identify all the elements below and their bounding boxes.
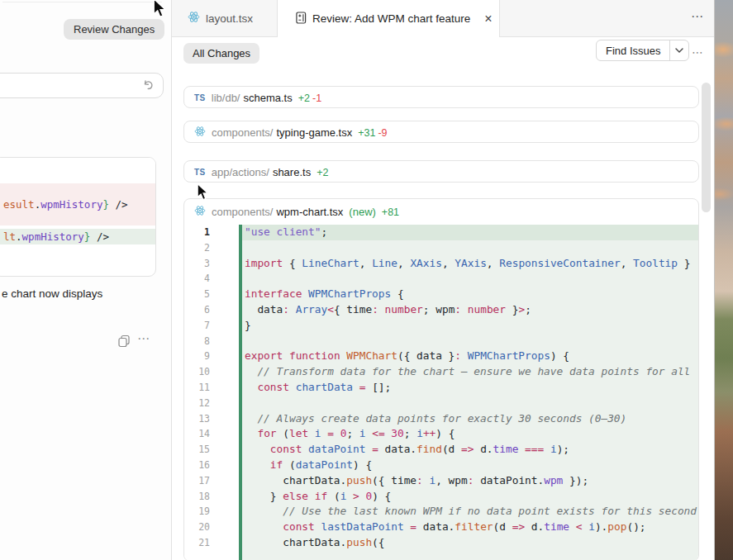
file-card-typing-game[interactable]: components/ typing-game.tsx +31 -9 [183, 121, 699, 143]
file-name: wpm-chart.tsx [276, 206, 343, 218]
line-number: 5 [184, 287, 239, 302]
find-issues-button[interactable]: Find Issues [596, 40, 689, 61]
line-number: 8 [184, 334, 239, 349]
code-diff-view[interactable]: 1"use client";23import { LineChart, Line… [184, 225, 698, 560]
code-line: 15 const dataPoint = data.find(d => d.ti… [184, 442, 698, 458]
code-line: 19 // Use the last known WPM if no data … [184, 504, 698, 520]
editor-tab-bar: layout.tsx Review: Add WPM chart feature… [172, 0, 715, 37]
review-toolbar: All Changes Find Issues ⋯ [172, 37, 715, 72]
file-card-wpm-chart[interactable]: components/ wpm-chart.tsx (new) +81 1"us… [183, 198, 699, 560]
typescript-icon: TS [194, 168, 206, 177]
scrollbar-thumb[interactable] [702, 83, 711, 212]
line-number: 14 [184, 426, 239, 442]
panel-divider [2, 2, 162, 2]
line-number: 7 [184, 318, 239, 334]
line-number: 21 [184, 535, 239, 551]
app-window: Review Changes esult.wpmHistory} /> lt.w… [0, 0, 733, 560]
tab-bar-more-icon[interactable]: ⋯ [691, 9, 704, 24]
line-number: 4 [184, 271, 239, 287]
code-line: 7} [184, 318, 698, 334]
code-line: 4 [184, 271, 698, 287]
file-card-share[interactable]: TS app/actions/ share.ts +2 [183, 160, 699, 183]
review-changes-button[interactable]: Review Changes [64, 19, 164, 40]
undo-icon[interactable] [141, 78, 155, 95]
removed-count: -1 [312, 93, 321, 104]
added-count: +81 [382, 206, 399, 218]
line-number: 3 [184, 256, 239, 272]
tab-label: Review: Add WPM chart feature [312, 12, 470, 25]
added-count: +31 [358, 127, 375, 139]
code-line: 9export function WPMChart({ data }: WPMC… [184, 349, 698, 364]
new-file-badge: (new) [349, 206, 376, 218]
file-dir: app/actions/ [212, 166, 269, 178]
code-line: 11 const chartData = []; [184, 380, 698, 396]
code-line: 1"use client"; [184, 225, 698, 240]
chevron-down-icon[interactable] [669, 40, 688, 60]
react-icon [194, 205, 206, 219]
find-issues-label: Find Issues [597, 40, 669, 60]
code-line: 8 [184, 334, 698, 349]
tab-label: layout.tsx [206, 12, 253, 25]
added-count: +2 [298, 93, 310, 104]
file-card-schema[interactable]: TS lib/db/ schema.ts +2 -1 [183, 86, 699, 108]
mouse-cursor [197, 183, 210, 205]
removed-count: -9 [378, 127, 387, 139]
all-changes-filter[interactable]: All Changes [183, 43, 259, 64]
line-number: 1 [184, 225, 239, 240]
close-icon[interactable]: × [484, 12, 492, 26]
diff-file-icon [296, 12, 307, 26]
line-number: 18 [184, 489, 239, 505]
file-dir: lib/db/ [212, 92, 240, 104]
react-icon [188, 11, 200, 26]
code-line: 3import { LineChart, Line, XAxis, YAxis,… [184, 256, 698, 272]
code-line: 14 for (let i = 0; i <= 30; i++) { [184, 426, 698, 442]
code-line: 20 const lastDataPoint = data.filter(d =… [184, 520, 698, 535]
diff-removed-line: esult.wpmHistory} /> [0, 183, 155, 225]
line-number: 10 [184, 364, 239, 380]
tab-review-changes[interactable]: Review: Add WPM chart feature × [278, 0, 500, 37]
code-line: 2 [184, 240, 698, 256]
code-line: 21 chartData.push({ [184, 535, 698, 551]
desktop-wallpaper [715, 0, 733, 560]
code-line: 12 [184, 396, 698, 411]
line-number: 17 [184, 473, 239, 489]
message-more-icon[interactable]: ⋯ [137, 331, 150, 346]
line-number: 19 [184, 504, 239, 520]
code-line: 16 if (dataPoint) { [184, 458, 698, 473]
file-name: share.ts [273, 166, 311, 178]
line-number: 15 [184, 442, 239, 458]
file-dir: components/ [212, 206, 273, 218]
line-number: 12 [184, 396, 239, 411]
file-dir: components/ [212, 126, 273, 139]
code-line: 18 } else if (i > 0) { [184, 489, 698, 505]
code-line: 5interface WPMChartProps { [184, 287, 698, 302]
code-line: 13 // Always create data points for exac… [184, 411, 698, 427]
react-icon [194, 126, 206, 140]
file-name: typing-game.tsx [276, 126, 352, 139]
copy-icon[interactable] [117, 335, 131, 351]
line-number: 20 [184, 520, 239, 535]
toolbar-more-icon[interactable]: ⋯ [692, 45, 704, 59]
line-number: 9 [184, 349, 239, 364]
file-name: schema.ts [243, 92, 292, 104]
chat-diff-snippet[interactable]: esult.wpmHistory} /> lt.wpmHistory} /> [0, 157, 156, 277]
tab-layout-tsx[interactable]: layout.tsx [172, 0, 278, 36]
assistant-message-text: e chart now displays [2, 287, 102, 300]
line-number: 11 [184, 380, 239, 396]
diff-added-line: lt.wpmHistory} /> [0, 229, 155, 244]
line-number: 16 [184, 458, 239, 473]
diff-snippet-header [0, 158, 155, 183]
added-count: +2 [317, 167, 328, 178]
line-number: 13 [184, 411, 239, 427]
mouse-cursor [153, 0, 168, 22]
typescript-icon: TS [194, 93, 206, 102]
code-line: 17 chartData.push({ time: i, wpm: dataPo… [184, 473, 698, 489]
chat-input-box[interactable] [0, 73, 164, 98]
code-line: 10 // Transform data for the chart — ens… [184, 364, 698, 380]
line-number: 2 [184, 240, 239, 256]
code-line: 6 data: Array<{ time: number; wpm: numbe… [184, 302, 698, 318]
line-number: 6 [184, 302, 239, 318]
chat-panel: Review Changes esult.wpmHistory} /> lt.w… [0, 0, 171, 560]
review-content: TS lib/db/ schema.ts +2 -1 [172, 71, 715, 560]
